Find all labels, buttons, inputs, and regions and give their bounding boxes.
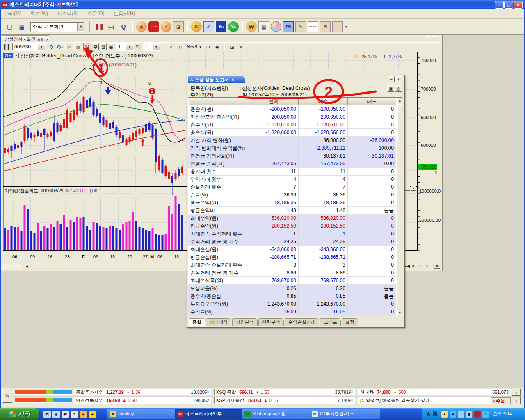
status-box-KSP: KSP 200 종합158.63▲0.157,140만 <box>214 397 355 404</box>
task-button-2[interactable]: YLYesLanguage 편... <box>242 409 313 419</box>
toolbar-more-icon[interactable]: ▾ <box>345 25 347 29</box>
magnifier-icon[interactable]: Q <box>118 21 129 32</box>
info-close-button[interactable]: × <box>14 53 19 58</box>
expand-icon[interactable]: ⊠ <box>320 21 331 32</box>
memo-face-icon[interactable]: ✎ <box>295 21 306 32</box>
order-button[interactable]: ⊕주문 <box>491 397 511 404</box>
memo-pencil-icon[interactable]: ✎ <box>2 390 12 403</box>
task-button-0[interactable]: ▣monkey <box>107 409 178 419</box>
scroll-left-button[interactable]: ◀ <box>24 264 30 269</box>
menu-item-3[interactable]: 주문(O) <box>87 10 104 17</box>
ime-hanja-indicator[interactable]: 漢 <box>433 411 438 418</box>
collapse-arrow-icon[interactable]: ↑ <box>512 389 521 396</box>
flash-tray-icon[interactable]: ⚡ <box>482 411 489 418</box>
main-toolbar: ▢▦ 주식-기본화면 ▼ ▌▐▤Q◉STOP⚡◪Si⇗SsYL₩▦PR✎NEWS… <box>0 19 525 35</box>
x-tick-20: 20 <box>127 254 132 259</box>
column-header-전체[interactable]: 전체 <box>249 98 299 105</box>
news-book-icon[interactable]: NEWS <box>308 21 318 32</box>
print-report-icon[interactable]: ⎙ <box>395 85 402 92</box>
close-button[interactable]: × <box>514 1 523 9</box>
column-header-매도[interactable]: 매도 <box>348 98 396 105</box>
menu-item-4[interactable]: 도움말(H) <box>114 10 135 17</box>
new-file-icon[interactable]: ▢ <box>4 21 15 32</box>
task-button-3[interactable]: ▤CJ투자증권-시스... <box>309 409 380 419</box>
scroll-up-icon[interactable]: ▲ <box>397 98 402 103</box>
volume-minimize-button[interactable]: – <box>405 186 410 191</box>
stop-sign-icon[interactable]: STOP <box>148 21 159 32</box>
menu-item-1[interactable]: 화면(W) <box>30 10 48 17</box>
menu-item-0[interactable]: 관리(M) <box>4 10 21 17</box>
volume-close-button[interactable]: × <box>411 186 416 191</box>
ie-icon[interactable]: e <box>52 411 60 418</box>
panel-close-icon[interactable]: ⊠ <box>434 263 440 269</box>
coin-icon[interactable]: ● <box>89 411 96 418</box>
table-row: 연평균 손익(원)-167,473.05-167,473.050.00 <box>188 160 396 168</box>
app-icon[interactable]: ◩ <box>43 411 51 418</box>
alarm-face-icon[interactable]: ◉ <box>136 21 147 32</box>
report-tab-그래프[interactable]: 그래프 <box>320 318 341 326</box>
report-tab-전략분석[interactable]: 전략분석 <box>258 318 284 326</box>
start-button[interactable]: 시작 <box>0 408 39 420</box>
scroll-down-icon[interactable]: ▼ <box>397 310 402 315</box>
report-tab-수익손실거래[interactable]: 수익손실거래 <box>285 318 319 326</box>
flash-icon[interactable]: ⚡ <box>71 411 78 418</box>
save-report-icon[interactable]: ▣ <box>387 85 394 92</box>
taskbar: 시작 ◩e◉⚡●● ▣monkeyY3예스트레이더3 [주...YLYesLan… <box>0 408 525 420</box>
pr-monitor-icon[interactable]: PR <box>283 21 294 32</box>
market-gauge-bar <box>15 390 72 395</box>
info-button[interactable]: 정보 <box>3 53 13 58</box>
task-button-1[interactable]: Y3예스트레이더3 [주... <box>175 409 245 419</box>
report-table-scrollbar[interactable]: ▲▼ <box>397 98 403 316</box>
nav-left-icon[interactable]: ◀ <box>450 411 456 418</box>
y3-tray-icon[interactable]: Y3 <box>474 411 481 418</box>
save-icon[interactable]: ▦ <box>16 21 27 32</box>
si-coin-icon[interactable]: Si <box>191 21 202 32</box>
gauge-up-segment <box>15 390 46 394</box>
report-dialog-titlebar[interactable]: 시스템 성능 보고서 × –× <box>187 75 404 84</box>
restore-button[interactable]: □ <box>504 1 513 9</box>
report-tab-기간분석[interactable]: 기간분석 <box>232 318 258 326</box>
cell-buy: -200,050.00 <box>299 105 348 113</box>
column-header-매수[interactable]: 매수 <box>299 98 348 105</box>
screen-combo[interactable]: 주식-기본화면 ▼ <box>30 22 84 32</box>
report-close-button[interactable]: × <box>395 76 402 82</box>
report-tab-설정[interactable]: 설정 <box>342 318 358 326</box>
eraser-card-icon[interactable]: ◪ <box>173 21 184 32</box>
order-label: 주문 <box>496 398 505 404</box>
calendar-search-icon[interactable]: ▦ <box>258 21 269 32</box>
ball-icon[interactable]: ● <box>80 411 87 418</box>
application-window: Y3 예스트레이더3 [주식-기본화면] –□× 관리(M)화면(W)시스템(S… <box>0 0 525 420</box>
speaker-icon[interactable]: ♪ <box>458 411 464 418</box>
candle-chart-icon[interactable]: ▌▐ <box>94 21 104 32</box>
minimize-button[interactable]: – <box>495 1 504 9</box>
zoom-in-icon[interactable]: ⊕ <box>411 263 417 269</box>
ss-badge-icon[interactable]: Ss <box>216 21 226 32</box>
report-minimize-button[interactable]: – <box>388 76 395 82</box>
window-controls: –□× <box>494 1 523 9</box>
chevron-down-icon[interactable]: ▼ <box>77 23 84 31</box>
cell-total <box>249 137 299 144</box>
flash-face-icon[interactable]: ⚡ <box>161 21 171 32</box>
menu-item-2[interactable]: 시스템(S) <box>57 10 78 17</box>
lock-icon[interactable]: ▮ <box>466 411 472 418</box>
report-tab-거래내역[interactable]: 거래내역 <box>206 318 231 326</box>
ime-a-indicator[interactable]: A <box>427 411 430 417</box>
report-title-close-icon[interactable]: × <box>231 77 234 82</box>
zoom-out-icon[interactable]: ⊖ <box>418 263 424 269</box>
blank-slot-icon[interactable] <box>332 21 343 32</box>
bee-icon[interactable]: ● <box>441 411 448 418</box>
high-label: H: -25,17% <box>354 54 377 59</box>
monitor-icon[interactable]: ⇗ <box>203 21 214 32</box>
pie-chart-icon[interactable] <box>271 21 281 32</box>
table-row: 손실거래 횟수770 <box>188 183 396 191</box>
cell-buy: 36.36 <box>299 191 348 199</box>
cd-icon[interactable]: ◉ <box>62 411 69 418</box>
collapse-arrow-icon[interactable]: ↑ <box>512 397 521 404</box>
yl-badge-icon[interactable]: YL <box>228 21 239 32</box>
money-bag-icon[interactable]: ₩ <box>246 21 257 32</box>
report-tab-종합[interactable]: 종합 <box>189 318 205 326</box>
chart-h-scrollbar[interactable] <box>1 264 22 269</box>
quote-table-icon[interactable]: ▤ <box>106 21 116 32</box>
scroll-thumb[interactable] <box>397 104 402 141</box>
pan-icon[interactable]: ⊞ <box>425 263 431 269</box>
